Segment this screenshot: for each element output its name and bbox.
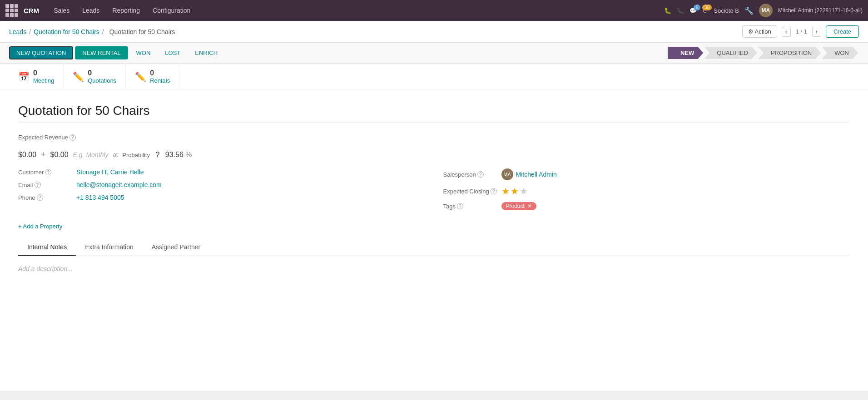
- add-property-label: + Add a Property: [18, 223, 62, 230]
- tags-help[interactable]: ?: [457, 203, 463, 209]
- salesperson-value[interactable]: Mitchell Admin: [516, 171, 557, 178]
- breadcrumb-current: Quotation for 50 Chairs: [109, 28, 175, 35]
- description-placeholder[interactable]: Add a description...: [18, 265, 850, 272]
- won-button[interactable]: WON: [130, 47, 157, 59]
- salesperson-label-text: Salesperson: [443, 171, 476, 178]
- pager-count: 1 / 1: [796, 28, 807, 35]
- probability-number[interactable]: 93.56: [165, 151, 184, 158]
- nav-reporting[interactable]: Reporting: [107, 5, 145, 16]
- user-avatar[interactable]: MA: [759, 4, 773, 17]
- probability-label: Probability: [122, 152, 150, 158]
- expected-closing-help[interactable]: ?: [491, 188, 497, 194]
- phone-button[interactable]: 📞: [677, 7, 684, 14]
- salesperson-avatar: MA: [501, 168, 513, 180]
- email-label: Email ?: [18, 182, 73, 188]
- clock-button[interactable]: ⏱ 38: [702, 7, 708, 14]
- expected-closing-field: Expected Closing ? ★ ★ ★: [443, 186, 850, 197]
- lost-button[interactable]: LOST: [159, 47, 187, 59]
- add-property-link[interactable]: + Add a Property: [18, 223, 850, 230]
- tabs-bar: Internal Notes Extra Information Assigne…: [18, 239, 850, 256]
- breadcrumb-leads[interactable]: Leads: [9, 28, 26, 35]
- customer-value[interactable]: Stonage IT, Carrie Helle: [76, 168, 144, 176]
- phone-label: Phone ?: [18, 194, 73, 201]
- rentals-icon: ✏️: [135, 71, 146, 82]
- stage-won[interactable]: WON: [822, 47, 858, 59]
- phone-help[interactable]: ?: [37, 194, 43, 201]
- email-value[interactable]: helle@stonageit.example.com: [76, 181, 162, 188]
- customer-label-text: Customer: [18, 169, 44, 176]
- new-quotation-button[interactable]: NEW QUOTATION: [9, 46, 73, 59]
- tab-assigned-partner[interactable]: Assigned Partner: [143, 239, 209, 256]
- quotation-icon: ✏️: [73, 71, 84, 82]
- nav-configuration[interactable]: Configuration: [147, 5, 196, 16]
- pager-next[interactable]: ›: [812, 27, 821, 37]
- pager-prev[interactable]: ‹: [782, 27, 791, 37]
- customer-help[interactable]: ?: [45, 169, 51, 175]
- stage-pipeline: NEW QUALIFIED PROPOSITION WON: [668, 47, 859, 59]
- monthly-placeholder[interactable]: E.g. Monthly: [73, 151, 109, 158]
- stage-proposition[interactable]: PROPOSITION: [758, 47, 821, 59]
- form-col-left: Customer ? Stonage IT, Carrie Helle Emai…: [18, 168, 425, 216]
- app-name[interactable]: CRM: [24, 7, 39, 15]
- rentals-label: Rentals: [150, 77, 170, 84]
- tags-field: Tags ? Product ✕: [443, 202, 850, 210]
- salesperson-help[interactable]: ?: [477, 171, 484, 178]
- star-1[interactable]: ★: [501, 186, 510, 197]
- top-navigation: CRM Sales Leads Reporting Configuration …: [0, 0, 868, 21]
- email-field: Email ? helle@stonageit.example.com: [18, 181, 425, 188]
- stage-qualified[interactable]: QUALIFIED: [704, 47, 757, 59]
- breadcrumb-quotation[interactable]: Quotation for 50 Chairs: [34, 28, 99, 35]
- chat-badge: 6: [694, 5, 701, 10]
- smart-buttons: 📅 0 Meeting ✏️ 0 Quotations ✏️ 0 Rentals: [0, 64, 868, 90]
- new-rental-button[interactable]: NEW RENTAL: [75, 46, 128, 59]
- expected-revenue-help[interactable]: ?: [69, 134, 76, 141]
- star-3[interactable]: ★: [520, 186, 528, 197]
- breadcrumb: Leads / Quotation for 50 Chairs / Quotat…: [0, 21, 868, 43]
- nav-leads[interactable]: Leads: [77, 5, 105, 16]
- salesperson-field: Salesperson ? MA Mitchell Admin: [443, 168, 850, 180]
- revenue-secondary[interactable]: $0.00: [50, 151, 69, 159]
- clock-badge: 38: [702, 5, 712, 10]
- action-button[interactable]: ⚙ Action: [742, 25, 777, 38]
- tag-remove[interactable]: ✕: [527, 203, 532, 209]
- email-help[interactable]: ?: [35, 182, 41, 188]
- rentals-info: 0 Rentals: [150, 69, 170, 84]
- priority-stars[interactable]: ★ ★ ★: [501, 186, 528, 197]
- revenue-primary[interactable]: $0.00: [18, 151, 36, 159]
- rentals-count: 0: [150, 69, 170, 77]
- pager: ‹ 1 / 1 ›: [782, 27, 821, 37]
- bug-button[interactable]: 🐛: [664, 7, 671, 14]
- tab-content-internal-notes: Add a description...: [18, 256, 850, 277]
- bug-icon: 🐛: [664, 7, 671, 14]
- smart-btn-meeting[interactable]: 📅 0 Meeting: [9, 64, 64, 89]
- expected-revenue-label: Expected Revenue ?: [18, 134, 76, 141]
- quotations-info: 0 Quotations: [88, 69, 116, 84]
- chat-button[interactable]: 💬 6: [689, 7, 697, 14]
- expected-closing-label: Expected Closing ?: [443, 188, 498, 195]
- nav-sales[interactable]: Sales: [48, 5, 75, 16]
- wrench-icon[interactable]: 🔧: [744, 6, 754, 15]
- app-grid-icon[interactable]: [5, 4, 18, 17]
- stage-new[interactable]: NEW: [668, 47, 703, 59]
- tag-product: Product ✕: [501, 202, 536, 210]
- phone-label-text: Phone: [18, 194, 35, 201]
- form-title[interactable]: Quotation for 50 Chairs: [18, 104, 850, 123]
- tags-label-text: Tags: [443, 203, 456, 210]
- revenue-values-row: $0.00 + $0.00 E.g. Monthly at Probabilit…: [18, 150, 850, 159]
- smart-btn-rentals[interactable]: ✏️ 0 Rentals: [126, 64, 179, 89]
- star-2[interactable]: ★: [511, 186, 519, 197]
- phone-field: Phone ? +1 813 494 5005: [18, 194, 425, 201]
- avatar-initials: MA: [762, 7, 770, 14]
- smart-btn-quotations[interactable]: ✏️ 0 Quotations: [64, 64, 126, 89]
- create-button[interactable]: Create: [826, 25, 859, 38]
- phone-value[interactable]: +1 813 494 5005: [76, 194, 124, 201]
- breadcrumb-actions: ⚙ Action ‹ 1 / 1 › Create: [742, 25, 859, 38]
- meeting-label: Meeting: [33, 77, 54, 84]
- tab-internal-notes[interactable]: Internal Notes: [18, 239, 76, 256]
- probability-help[interactable]: ?: [155, 151, 159, 158]
- enrich-button[interactable]: ENRICH: [188, 47, 224, 59]
- tab-extra-information[interactable]: Extra Information: [76, 239, 143, 256]
- breadcrumb-sep-2: /: [102, 28, 104, 35]
- plus-sign: +: [41, 150, 46, 159]
- salesperson-label: Salesperson ?: [443, 171, 498, 178]
